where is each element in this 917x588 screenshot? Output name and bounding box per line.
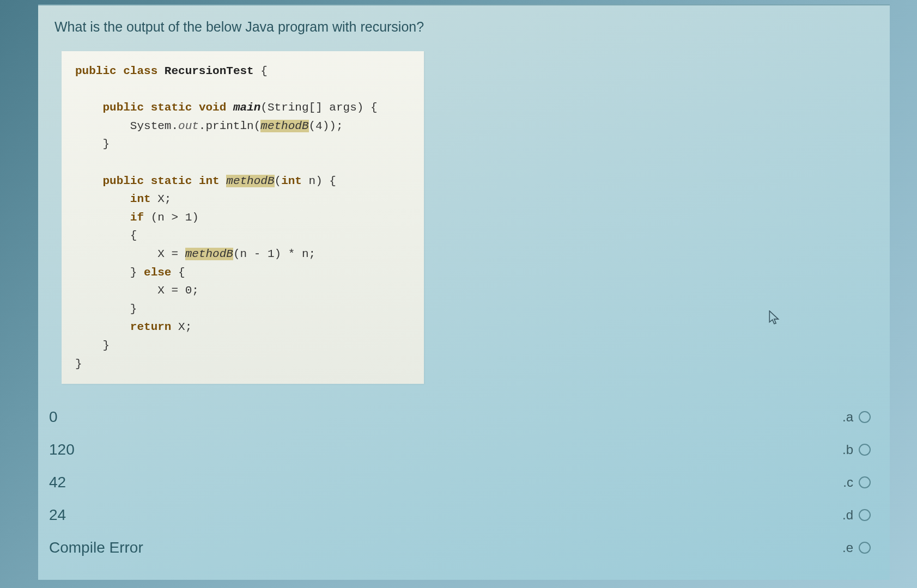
code-token: static xyxy=(151,175,192,187)
code-token: .println( xyxy=(199,120,260,132)
code-token: (n > 1) xyxy=(144,211,199,224)
code-token: } xyxy=(102,339,110,352)
answer-letter: .a xyxy=(842,409,853,425)
question-prompt: What is the output of the below Java pro… xyxy=(54,19,876,35)
code-token: } xyxy=(130,266,144,279)
answer-row-d: 24 .d xyxy=(49,506,876,524)
code-token: int xyxy=(130,193,151,205)
answer-right: .a xyxy=(842,409,871,425)
code-token: (n - 1) * n; xyxy=(233,248,315,260)
code-token: { xyxy=(171,266,185,279)
code-token: public xyxy=(75,65,117,77)
code-token: if xyxy=(130,211,144,224)
radio-d[interactable] xyxy=(859,509,871,521)
cursor-icon xyxy=(769,310,781,326)
code-token: public xyxy=(102,101,144,114)
code-token: (4)); xyxy=(309,120,343,132)
answer-letter: .b xyxy=(842,442,853,457)
answer-right: .b xyxy=(842,442,871,457)
code-token: main xyxy=(233,101,260,114)
answer-options: 0 .a 120 .b 42 .c 24 .d xyxy=(49,408,876,556)
code-token: (String[] args) { xyxy=(260,101,377,114)
answer-right: .c xyxy=(843,475,871,490)
code-token: n) { xyxy=(302,175,336,187)
code-token: methodB xyxy=(185,248,233,260)
answer-right: .d xyxy=(842,507,871,523)
code-token: int xyxy=(281,175,302,187)
code-token: RecursionTest xyxy=(165,65,254,77)
code-token: } xyxy=(75,358,82,370)
code-token: X; xyxy=(151,193,172,205)
answer-row-c: 42 .c xyxy=(49,474,876,491)
answer-row-a: 0 .a xyxy=(49,408,876,426)
code-token: { xyxy=(130,229,137,242)
question-panel: What is the output of the below Java pro… xyxy=(38,4,890,580)
answer-letter: .e xyxy=(842,540,853,555)
code-token: } xyxy=(130,303,137,315)
answer-right: .e xyxy=(842,540,871,555)
code-token: X = 0; xyxy=(157,284,199,297)
answer-text: Compile Error xyxy=(49,539,143,556)
radio-b[interactable] xyxy=(859,444,871,456)
code-token: ( xyxy=(275,175,282,187)
answer-text: 120 xyxy=(49,441,75,458)
answer-text: 0 xyxy=(49,408,58,426)
answer-letter: .d xyxy=(842,507,853,523)
code-token: public xyxy=(102,175,144,187)
answer-row-e: Compile Error .e xyxy=(49,539,876,556)
code-token: return xyxy=(130,321,172,333)
code-token: } xyxy=(102,138,110,150)
code-token: X = xyxy=(157,248,185,260)
answer-text: 42 xyxy=(49,474,66,491)
answer-text: 24 xyxy=(49,506,66,524)
code-token: System. xyxy=(130,120,178,132)
code-token: void xyxy=(199,101,226,114)
code-token: class xyxy=(123,65,157,77)
answer-letter: .c xyxy=(843,475,853,490)
code-token: else xyxy=(144,266,171,279)
code-token: methodB xyxy=(260,120,308,132)
radio-a[interactable] xyxy=(859,411,871,423)
code-block: public class RecursionTest { public stat… xyxy=(62,51,424,384)
answer-row-b: 120 .b xyxy=(49,441,876,458)
code-token: int xyxy=(199,175,220,187)
code-token: methodB xyxy=(226,175,274,187)
code-token: static xyxy=(151,101,192,114)
code-token: out xyxy=(178,120,199,132)
radio-c[interactable] xyxy=(859,476,871,488)
code-token: { xyxy=(254,65,268,77)
radio-e[interactable] xyxy=(859,542,871,554)
code-token: X; xyxy=(171,321,192,333)
